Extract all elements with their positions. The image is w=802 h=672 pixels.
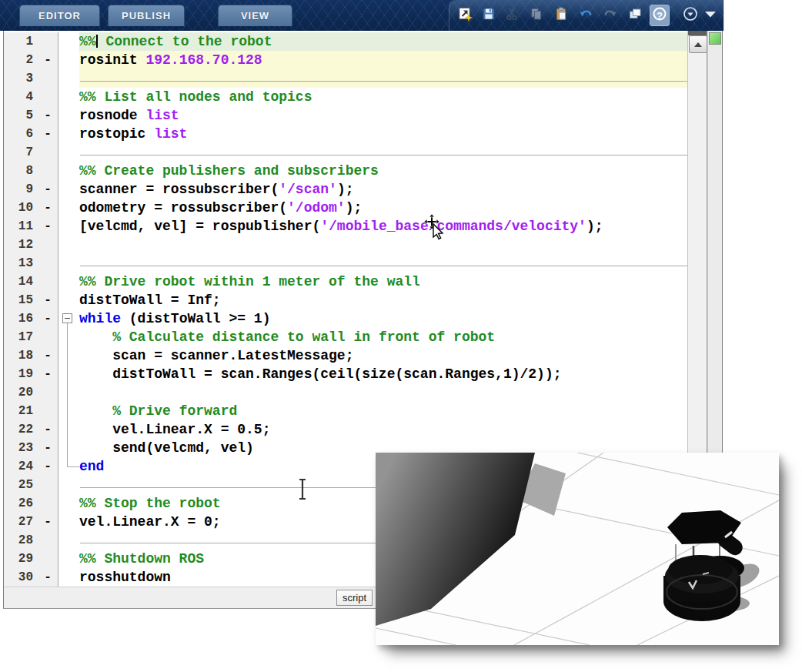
scroll-up-button[interactable] <box>689 35 707 53</box>
breakpoint-dash[interactable]: - <box>38 106 58 125</box>
code-line[interactable]: 9-scanner = rossubscriber('/scan'); <box>4 180 687 199</box>
breakpoint-dash[interactable] <box>38 143 58 162</box>
code-text[interactable]: rosnode list <box>79 106 687 125</box>
breakpoint-dash[interactable]: - <box>38 180 58 199</box>
code-line[interactable]: 18- scan = scanner.LatestMessage; <box>4 346 687 365</box>
code-line[interactable]: 5-rosnode list <box>4 106 687 125</box>
code-text[interactable]: %% Connect to the robot <box>79 32 687 51</box>
fold-margin <box>58 272 79 291</box>
code-line[interactable]: 6-rostopic list <box>4 125 687 143</box>
breakpoint-dash[interactable] <box>38 32 58 51</box>
code-line[interactable]: 17 % Calculate distance to wall in front… <box>4 328 687 346</box>
code-text[interactable] <box>79 143 687 162</box>
code-text[interactable]: scanner = rossubscriber('/scan'); <box>79 180 687 199</box>
minimize-toolstrip-button[interactable] <box>700 5 720 26</box>
code-text[interactable]: vel.Linear.X = 0.5; <box>79 420 687 439</box>
code-line[interactable]: 10-odometry = rossubscriber('/odom'); <box>4 199 687 217</box>
breakpoint-dash[interactable] <box>38 402 58 420</box>
code-analyzer-indicator[interactable] <box>709 32 721 45</box>
code-token: rosnode <box>79 108 145 123</box>
undo-button[interactable] <box>576 5 596 26</box>
code-text[interactable]: % Drive forward <box>79 402 687 420</box>
arrow-up-icon <box>694 42 702 47</box>
fold-margin <box>58 217 79 236</box>
code-text[interactable]: odometry = rossubscriber('/odom'); <box>79 199 687 217</box>
breakpoint-dash[interactable] <box>38 162 58 180</box>
code-token: %% <box>79 34 96 49</box>
breakpoint-dash[interactable]: - <box>38 420 58 439</box>
code-text[interactable]: [velcmd, vel] = rospublisher('/mobile_ba… <box>79 217 687 236</box>
code-text[interactable] <box>79 236 687 254</box>
breakpoint-dash[interactable]: - <box>38 365 58 383</box>
breakpoint-dash[interactable] <box>38 494 58 513</box>
code-text[interactable]: scan = scanner.LatestMessage; <box>79 346 687 365</box>
breakpoint-dash[interactable] <box>38 476 58 494</box>
code-text[interactable]: %% Create publishers and subscribers <box>79 162 687 180</box>
breakpoint-dash[interactable] <box>38 550 58 568</box>
code-line[interactable]: 13 <box>4 254 687 272</box>
breakpoint-dash[interactable] <box>38 69 58 88</box>
code-text[interactable]: distToWall = scan.Ranges(ceil(size(scan.… <box>79 365 687 383</box>
code-text[interactable] <box>79 69 687 88</box>
breakpoint-dash[interactable]: - <box>38 457 58 476</box>
code-text[interactable] <box>79 254 687 272</box>
paste-button[interactable] <box>551 5 571 26</box>
help-button[interactable]: ? <box>650 5 670 26</box>
code-line[interactable]: 15-distToWall = Inf; <box>4 291 687 309</box>
code-text[interactable]: rostopic list <box>79 125 687 143</box>
new-document-button[interactable] <box>455 5 475 26</box>
code-text[interactable] <box>79 383 687 402</box>
breakpoint-dash[interactable] <box>38 328 58 346</box>
code-token: distToWall = scan.Ranges(ceil(size(scan.… <box>79 366 562 382</box>
code-line[interactable]: 2-rosinit 192.168.70.128 <box>4 51 687 69</box>
breakpoint-dash[interactable]: - <box>38 439 58 457</box>
breakpoint-dash[interactable]: - <box>38 217 58 236</box>
code-text[interactable]: %% List all nodes and topics <box>79 88 687 106</box>
code-text[interactable]: while (distToWall >= 1) <box>79 309 687 328</box>
code-line[interactable]: 19- distToWall = scan.Ranges(ceil(size(s… <box>4 365 687 383</box>
code-line[interactable]: 7 <box>4 143 687 162</box>
code-text[interactable]: distToWall = Inf; <box>79 291 687 309</box>
code-line[interactable]: 11-[velcmd, vel] = rospublisher('/mobile… <box>4 217 687 236</box>
breakpoint-dash[interactable]: - <box>38 513 58 531</box>
code-line[interactable]: 3 <box>4 69 687 88</box>
code-text[interactable]: %% Drive robot within 1 meter of the wal… <box>79 272 687 291</box>
code-line[interactable]: 4%% List all nodes and topics <box>4 88 687 106</box>
breakpoint-dash[interactable] <box>38 272 58 291</box>
fold-line <box>67 383 68 402</box>
breakpoint-dash[interactable]: - <box>38 51 58 69</box>
breakpoint-dash[interactable] <box>38 254 58 272</box>
breakpoint-dash[interactable] <box>38 236 58 254</box>
breakpoint-dash[interactable]: - <box>38 199 58 217</box>
code-line[interactable]: 8%% Create publishers and subscribers <box>4 162 687 180</box>
breakpoint-dash[interactable]: - <box>38 291 58 309</box>
compare-windows-button[interactable] <box>625 5 645 26</box>
breakpoint-dash[interactable] <box>38 531 58 550</box>
code-text[interactable]: % Calculate distance to wall in front of… <box>79 328 687 346</box>
tab-publish[interactable]: PUBLISH <box>108 5 185 26</box>
code-line[interactable]: 21 % Drive forward <box>4 402 687 420</box>
code-line[interactable]: 20 <box>4 383 687 402</box>
code-line[interactable]: 12 <box>4 236 687 254</box>
tab-view[interactable]: VIEW <box>218 5 292 26</box>
code-line[interactable]: 14%% Drive robot within 1 meter of the w… <box>4 272 687 291</box>
fold-toggle[interactable] <box>62 313 72 323</box>
breakpoint-dash[interactable]: - <box>38 568 58 587</box>
breakpoint-dash[interactable] <box>38 383 58 402</box>
breakpoint-dash[interactable]: - <box>38 125 58 143</box>
breakpoint-dash[interactable]: - <box>38 309 58 328</box>
code-text[interactable]: rosinit 192.168.70.128 <box>79 51 687 69</box>
fold-margin <box>58 236 79 254</box>
breakpoint-dash[interactable] <box>38 88 58 106</box>
fold-margin <box>58 106 79 125</box>
resources-dropdown-button[interactable] <box>680 5 700 26</box>
fold-margin <box>58 476 79 494</box>
file-type-badge: script <box>336 590 373 606</box>
fold-line <box>67 328 68 346</box>
code-line[interactable]: 22- vel.Linear.X = 0.5; <box>4 420 687 439</box>
save-button[interactable] <box>479 5 499 26</box>
code-line[interactable]: 1%% Connect to the robot <box>4 32 687 51</box>
breakpoint-dash[interactable]: - <box>38 346 58 365</box>
tab-editor[interactable]: EDITOR <box>19 5 100 26</box>
code-line[interactable]: 16-while (distToWall >= 1) <box>4 309 687 328</box>
